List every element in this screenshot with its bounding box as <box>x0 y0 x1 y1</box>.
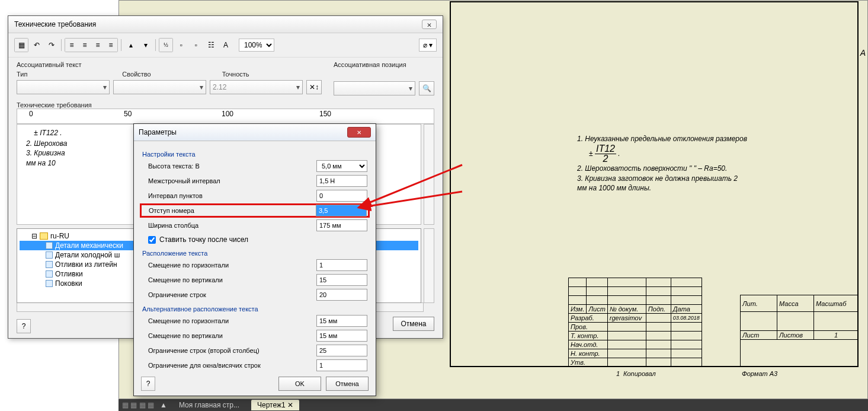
row-limit-label: Ограничение строк <box>142 291 316 298</box>
folder-icon <box>40 232 48 240</box>
group-text-layout: Расположение текста <box>142 250 367 257</box>
position-combo[interactable] <box>334 81 415 95</box>
doc-icon <box>46 280 53 287</box>
assoc-text-label: Ассоциативный текст <box>17 61 322 68</box>
doc-icon <box>46 270 53 278</box>
close-icon[interactable]: ✕ <box>347 127 371 138</box>
alt-v-offset-label: Смещение по вертикали <box>142 332 316 339</box>
h-offset-input[interactable] <box>316 259 367 271</box>
text-height-label: Высота текста: B <box>142 163 316 170</box>
params-help-button[interactable]: ? <box>141 377 155 391</box>
req-line-3b: мм на 1000 мм длины. <box>577 183 868 193</box>
doc-icon <box>46 242 53 249</box>
dialog-title: Технические требования <box>14 20 96 28</box>
list-icon[interactable]: ☷ <box>204 39 217 52</box>
dropdown-icon[interactable]: ▴ <box>124 39 137 52</box>
align-center-icon[interactable]: ≡ <box>78 39 91 52</box>
dialog-titlebar[interactable]: Технические требования ⨉ <box>8 16 443 33</box>
req-line-3: 3. Кривизна заготовок не должна превышат… <box>577 174 868 184</box>
item-spacing-label: Интервал пунктов <box>142 192 316 199</box>
number-indent-input[interactable] <box>316 205 367 216</box>
precision-combo[interactable]: 2.12 <box>210 80 303 94</box>
subscript-icon[interactable]: ▫ <box>190 39 203 52</box>
undo-icon[interactable]: ↶ <box>30 39 43 52</box>
tab-drawing[interactable]: Чертеж1 ✕ <box>251 400 299 410</box>
type-label: Тип <box>17 71 27 78</box>
align-left-icon[interactable]: ≡ <box>65 39 78 52</box>
taskbar: ▦ ▦ ▦ ▦ ▲ Моя главная стр... Чертеж1 ✕ <box>118 399 868 411</box>
params-title: Параметры <box>139 128 177 136</box>
line-spacing-label: Межстрочный интервал <box>142 177 316 184</box>
req-line-1: 1. Неуказанные предельные отклонения раз… <box>577 134 868 144</box>
help-button[interactable]: ? <box>17 319 31 333</box>
alt-v-offset-input[interactable] <box>316 330 367 342</box>
req-section-label: Технические требования <box>17 101 434 109</box>
property-label: Свойство <box>122 71 150 78</box>
fraction-icon[interactable]: ½ <box>159 39 172 52</box>
number-indent-row: Отступ номера <box>140 203 370 218</box>
req-line-1b: ± IT122 . <box>577 144 868 164</box>
format-indicator: A <box>860 48 866 58</box>
associative-section: Ассоциативный текст Тип Свойство Точност… <box>8 58 443 99</box>
assoc-pos-label: Ассоциативная позиция <box>334 61 434 68</box>
doc-icon <box>46 261 53 268</box>
search-button[interactable]: 🔍 <box>419 81 434 95</box>
parameters-dialog: Параметры ✕ Настройки текста Высота текс… <box>133 123 376 396</box>
v-offset-input[interactable] <box>316 274 367 286</box>
title-block: Изм.Лист№ докум.Подп.Дата Разраб.rgerasi… <box>568 237 859 367</box>
toolbar: ▦ ↶ ↷ ≡ ≡ ≡ ≡ ▴ ▾ ½ ▫ ▫ ☷ A 100% ⌀ ▾ <box>8 33 443 58</box>
dropdown2-icon[interactable]: ▾ <box>139 39 152 52</box>
type-combo[interactable] <box>17 80 110 94</box>
ok-button[interactable]: OK <box>278 377 321 391</box>
row-limit-input[interactable] <box>316 289 367 301</box>
params-titlebar[interactable]: Параметры ✕ <box>134 124 376 141</box>
doc-icon <box>46 251 53 259</box>
symbol-icon[interactable]: A <box>219 39 232 52</box>
v-offset-label: Смещение по вертикали <box>142 276 316 283</box>
diameter-button[interactable]: ⌀ ▾ <box>419 39 437 52</box>
precision-label: Точность <box>222 71 249 78</box>
group-text-settings: Настройки текста <box>142 151 367 158</box>
alt-row-limit-label: Ограничение строк (второй столбец) <box>142 347 316 354</box>
title-block-left: Изм.Лист№ докум.Подп.Дата Разраб.rgerasi… <box>568 278 702 367</box>
col-width-label: Ширина столбца <box>142 222 316 229</box>
item-spacing-input[interactable] <box>316 190 367 202</box>
editor-scrollbar[interactable] <box>424 124 434 225</box>
title-block-bottom: 1КопировалФормат A3 <box>568 369 829 378</box>
align-right-icon[interactable]: ≡ <box>91 39 104 52</box>
text-height-combo[interactable]: 5,0 мм <box>316 160 367 172</box>
tab-home[interactable]: Моя главная стр... <box>173 400 245 410</box>
insert-icon[interactable]: ▦ <box>15 39 28 52</box>
tree-scrollbar[interactable] <box>424 228 434 303</box>
line-spacing-input[interactable] <box>316 175 367 187</box>
zoom-select[interactable]: 100% <box>239 39 274 52</box>
dot-after-label: Ставить точку после чисел <box>159 235 248 244</box>
property-combo[interactable] <box>113 80 206 94</box>
ruler[interactable]: 0 50 100 150 <box>17 109 434 124</box>
superscript-icon[interactable]: ▫ <box>175 39 188 52</box>
col-width-input[interactable] <box>316 219 367 231</box>
alt-h-offset-label: Смещение по горизонтали <box>142 317 316 324</box>
requirements-text: 1. Неуказанные предельные отклонения раз… <box>577 134 868 193</box>
redo-icon[interactable]: ↷ <box>45 39 58 52</box>
title-block-right: Лит.МассаМасштаб ЛистЛистов1 <box>740 295 859 367</box>
swap-button[interactable]: ✕↕ <box>306 80 322 94</box>
orphan-label: Ограничение для окна/висячих строк <box>142 362 316 369</box>
params-cancel-button[interactable]: Отмена <box>326 377 369 391</box>
align-justify-icon[interactable]: ≡ <box>104 39 117 52</box>
cancel-button[interactable]: Отмена <box>393 317 434 331</box>
orphan-input[interactable] <box>316 359 367 371</box>
req-line-2: 2. Шероховатость поверхности " " – Ra=50… <box>577 164 868 174</box>
number-indent-label: Отступ номера <box>143 207 316 214</box>
close-button[interactable]: ⨉ <box>422 20 437 29</box>
alt-row-limit-input[interactable] <box>316 345 367 356</box>
h-offset-label: Смещение по горизонтали <box>142 262 316 269</box>
alt-h-offset-input[interactable] <box>316 315 367 327</box>
dot-after-checkbox[interactable] <box>148 236 156 244</box>
group-alt-layout: Альтернативное расположение текста <box>142 305 367 313</box>
